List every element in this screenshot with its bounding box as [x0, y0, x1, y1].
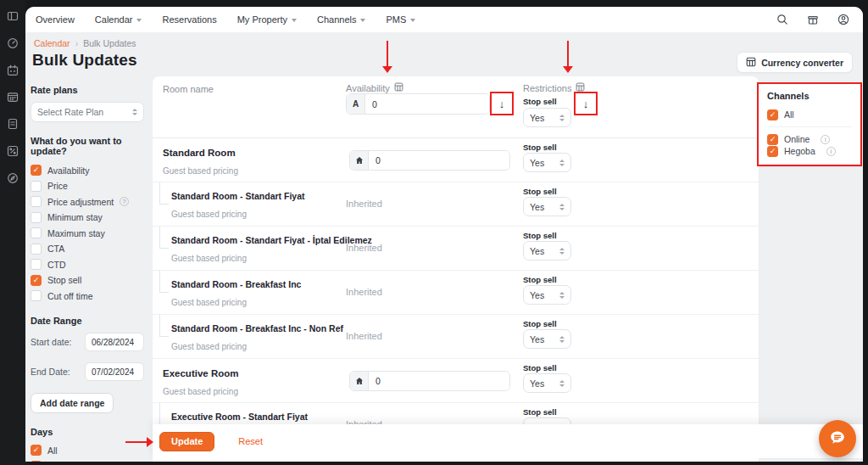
- room-meta: Standard Room Guest based pricing: [163, 148, 238, 176]
- day-option[interactable]: All: [31, 445, 144, 456]
- gift-icon[interactable]: [807, 14, 819, 25]
- room-name: Standard Room - Breakfast Inc: [171, 279, 301, 289]
- update-option[interactable]: CTA: [31, 244, 144, 255]
- nav-item[interactable]: Channels: [317, 14, 365, 25]
- day-option[interactable]: Sunday: [31, 461, 144, 462]
- checkbox[interactable]: [31, 259, 42, 270]
- checkbox[interactable]: [31, 196, 42, 207]
- channel-option[interactable]: All: [767, 109, 852, 120]
- select-chevrons-icon: [559, 160, 565, 166]
- bulk-stop-sell-select[interactable]: Yes: [523, 108, 571, 127]
- nav-item[interactable]: Calendar: [95, 14, 142, 25]
- compass-icon[interactable]: [7, 172, 19, 184]
- checkbox[interactable]: [31, 212, 42, 223]
- checkbox[interactable]: [31, 244, 42, 255]
- stop-sell-select[interactable]: Yes: [523, 241, 571, 261]
- pricing-model-label: Guest based pricing: [163, 166, 238, 176]
- stop-sell-value: Yes: [530, 378, 544, 389]
- table-row: Standard Room - Standart Fiyat - İptal E…: [153, 227, 759, 271]
- room-availability-input[interactable]: [369, 151, 509, 170]
- update-button[interactable]: Update: [159, 432, 214, 451]
- info-icon[interactable]: [821, 135, 830, 144]
- update-option[interactable]: Stop sell: [31, 275, 144, 286]
- stop-sell-label: Stop sell: [523, 231, 557, 240]
- checkbox[interactable]: [31, 181, 42, 192]
- checkbox[interactable]: [767, 134, 778, 145]
- channels-icon[interactable]: [7, 145, 19, 157]
- reset-button[interactable]: Reset: [238, 436, 263, 446]
- day-option-label: All: [47, 445, 58, 456]
- add-date-range-button[interactable]: Add date range: [31, 393, 114, 413]
- room-name: Standard Room - Standart Fiyat: [171, 191, 305, 201]
- update-option[interactable]: Minimum stay: [31, 212, 144, 223]
- currency-converter-button[interactable]: Currency converter: [737, 52, 853, 73]
- channels-heading: Channels: [767, 91, 852, 101]
- house-icon: [350, 151, 369, 170]
- checkbox[interactable]: [31, 227, 42, 238]
- end-date-label: End Date:: [31, 367, 70, 377]
- info-icon[interactable]: [826, 147, 836, 156]
- stop-sell-select[interactable]: Yes: [523, 329, 571, 349]
- stop-sell-select[interactable]: Yes: [523, 153, 571, 172]
- stop-sell-value: Yes: [530, 158, 544, 168]
- update-option-label: Maximum stay: [47, 228, 105, 238]
- nav-item[interactable]: Overview: [36, 14, 75, 25]
- stop-sell-label: Stop sell: [523, 407, 557, 417]
- dashboard-icon[interactable]: [7, 37, 19, 49]
- annotation-box-availability-apply: ↓: [490, 92, 514, 115]
- room-name-column-header: Room name: [163, 84, 214, 94]
- checkbox[interactable]: [767, 109, 778, 120]
- breadcrumb-calendar-link[interactable]: Calendar: [34, 38, 70, 48]
- update-option[interactable]: Maximum stay: [31, 227, 144, 238]
- checkbox[interactable]: [31, 461, 42, 462]
- channel-item-wrap: Hegoba: [767, 145, 852, 157]
- room-meta: Standard Room - Standart Fiyat - İptal E…: [171, 235, 341, 263]
- start-date-input[interactable]: [85, 333, 144, 351]
- stop-sell-value: Yes: [530, 246, 544, 256]
- checkbox[interactable]: [31, 275, 42, 286]
- days-heading: Days: [31, 427, 144, 437]
- channel-option[interactable]: Hegoba: [767, 145, 852, 157]
- select-chevrons-icon: [132, 109, 137, 115]
- checkbox[interactable]: [767, 146, 778, 157]
- checkbox[interactable]: [31, 290, 42, 301]
- apply-restrictions-down-button[interactable]: ↓: [583, 98, 589, 109]
- update-option[interactable]: CTD: [31, 259, 144, 270]
- chat-support-button[interactable]: [819, 420, 856, 457]
- calendar-icon[interactable]: [7, 64, 19, 76]
- search-icon[interactable]: [776, 14, 788, 25]
- stop-sell-select[interactable]: Yes: [523, 373, 571, 393]
- account-icon[interactable]: [837, 14, 849, 25]
- update-option[interactable]: Price adjustment: [31, 196, 144, 207]
- select-chevrons-icon: [559, 380, 565, 387]
- chevron-down-icon: [136, 19, 142, 22]
- update-option[interactable]: Cut off time: [31, 290, 144, 301]
- update-options-heading: What do you want to update?: [31, 136, 144, 156]
- annotation-arrow-restrictions: [562, 41, 574, 75]
- update-option[interactable]: Availability: [31, 165, 144, 176]
- notes-icon[interactable]: [7, 118, 19, 130]
- apply-availability-down-button[interactable]: ↓: [499, 98, 505, 109]
- chevron-down-icon: [292, 19, 297, 22]
- stop-sell-select[interactable]: Yes: [523, 197, 571, 216]
- end-date-input[interactable]: [85, 362, 144, 381]
- bulk-availability-input[interactable]: [365, 94, 489, 114]
- checkbox[interactable]: [31, 165, 42, 176]
- update-option[interactable]: Price: [31, 181, 144, 192]
- grid-calendar-icon[interactable]: [7, 91, 19, 103]
- nav-item[interactable]: Reservations: [162, 14, 216, 25]
- stop-sell-label: Stop sell: [523, 143, 557, 152]
- room-meta: Standard Room - Breakfast Inc Guest base…: [171, 279, 301, 307]
- panel-icon[interactable]: [7, 10, 19, 22]
- room-availability-input[interactable]: [369, 372, 509, 390]
- room-name: Standard Room - Standart Fiyat - İptal E…: [171, 235, 341, 245]
- checkbox[interactable]: [31, 445, 42, 456]
- room-name: Executive Room: [163, 368, 238, 378]
- nav-item[interactable]: PMS: [386, 14, 415, 25]
- rate-plan-select[interactable]: Select Rate Plan: [31, 102, 144, 122]
- tree-connector: [159, 182, 169, 204]
- help-icon[interactable]: [120, 197, 129, 206]
- nav-item[interactable]: My Property: [237, 14, 297, 25]
- stop-sell-select[interactable]: Yes: [523, 285, 571, 305]
- channel-option[interactable]: Online: [767, 133, 852, 145]
